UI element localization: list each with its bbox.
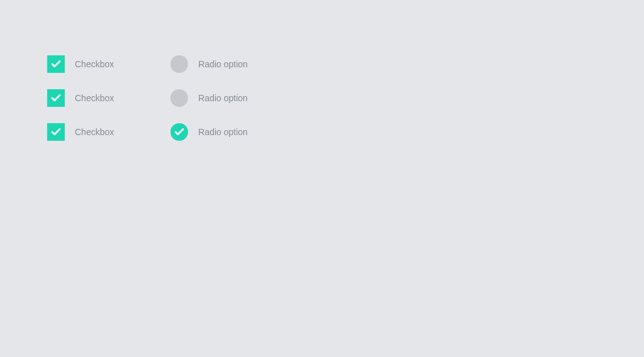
radio-item-1[interactable]: Radio option [170, 55, 248, 73]
radio-3[interactable] [170, 123, 188, 141]
radio-label-1: Radio option [198, 59, 248, 69]
checkbox-item-2[interactable]: Checkbox [47, 89, 114, 107]
checkbox-2[interactable] [47, 89, 65, 107]
checkbox-item-3[interactable]: Checkbox [47, 123, 114, 141]
check-icon [50, 92, 62, 104]
checkbox-label-1: Checkbox [75, 59, 114, 69]
radio-item-2[interactable]: Radio option [170, 89, 248, 107]
checkbox-label-3: Checkbox [75, 127, 114, 137]
checkbox-label-2: Checkbox [75, 93, 114, 103]
checkbox-column: Checkbox Checkbox Checkbox [47, 55, 114, 141]
radio-1[interactable] [170, 55, 188, 73]
checkbox-item-1[interactable]: Checkbox [47, 55, 114, 73]
checkbox-3[interactable] [47, 123, 65, 141]
radio-label-2: Radio option [198, 93, 248, 103]
radio-2[interactable] [170, 89, 188, 107]
radio-label-3: Radio option [198, 127, 248, 137]
checkbox-1[interactable] [47, 55, 65, 73]
radio-column: Radio option Radio option Radio option [170, 55, 248, 141]
check-icon [174, 126, 185, 138]
form-container: Checkbox Checkbox Checkbox Radio option [47, 55, 248, 141]
check-icon [50, 126, 62, 138]
check-icon [50, 58, 62, 70]
radio-item-3[interactable]: Radio option [170, 123, 248, 141]
